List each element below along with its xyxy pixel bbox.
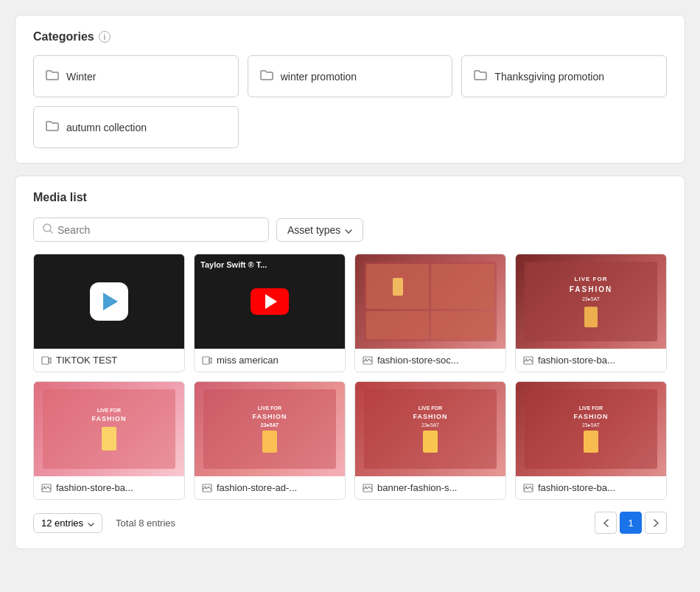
svg-point-13 — [365, 486, 367, 487]
folder-icon — [46, 120, 59, 134]
category-label: Thanksgiving promotion — [494, 71, 604, 83]
asset-types-label: Asset types — [287, 224, 340, 236]
total-entries-label: Total 8 entries — [116, 518, 175, 529]
media-list-title: Media list — [33, 191, 667, 204]
media-name: fashion-store-ba... — [538, 355, 615, 366]
category-item-winter[interactable]: Winter — [33, 55, 239, 97]
svg-point-7 — [526, 358, 528, 360]
svg-point-5 — [365, 358, 367, 360]
entries-left: 12 entries Total 8 entries — [33, 513, 175, 533]
category-label: winter promotion — [281, 71, 357, 83]
youtube-label: Taylor Swift ® T... — [200, 260, 267, 269]
media-list-heading: Media list — [33, 191, 87, 204]
media-info: fashion-store-ad-... — [195, 476, 345, 499]
media-name: TIKTOK TEST — [56, 355, 117, 366]
yt-triangle — [265, 294, 277, 309]
category-item-winter-promotion[interactable]: winter promotion — [248, 55, 453, 97]
image-icon — [363, 483, 373, 493]
folder-icon — [260, 69, 273, 83]
category-label: autumn collection — [66, 122, 147, 133]
pagination-row: 12 entries Total 8 entries 1 — [33, 512, 667, 534]
entries-per-page-label: 12 entries — [41, 518, 83, 529]
media-info: fashion-store-ba... — [34, 476, 184, 499]
video-icon — [202, 355, 212, 366]
image-icon — [363, 355, 373, 366]
category-label: Winter — [66, 71, 96, 83]
next-page-button[interactable] — [645, 512, 667, 534]
media-thumbnail — [355, 254, 505, 349]
chevron-down-icon — [88, 518, 94, 529]
page-number: 1 — [628, 518, 633, 529]
folder-icon — [46, 69, 59, 83]
media-card-fashion-ad[interactable]: LIVE FOR FASHION 23▸5AT fashion-store-ad… — [194, 381, 346, 500]
category-item-autumn[interactable]: autumn collection — [33, 106, 239, 148]
media-info: fashion-store-ba... — [516, 476, 666, 499]
media-name: fashion-store-ba... — [538, 482, 615, 493]
image-icon — [202, 483, 212, 493]
prev-page-button[interactable] — [595, 512, 617, 534]
media-list-panel: Media list Asset types — [15, 175, 685, 549]
media-grid: TIKTOK TEST Taylor Swift ® T... miss ame… — [33, 254, 667, 500]
media-info: miss american — [195, 349, 345, 372]
media-info: fashion-store-soc... — [355, 349, 505, 372]
media-card-fashion-ba-3[interactable]: LIVE FOR FASHION 23▸5AT fashion-store-ba… — [515, 381, 667, 500]
page-controls: 1 — [595, 512, 667, 534]
play-triangle — [103, 293, 118, 310]
media-name: fashion-store-ba... — [56, 482, 133, 493]
categories-title: Categories i — [33, 30, 667, 43]
categories-grid: Winter winter promotion Thanksgiving pro… — [33, 55, 667, 148]
media-thumbnail: LIVE FOR FASHION 23▸5AT — [195, 382, 345, 476]
media-thumbnail — [34, 254, 184, 349]
image-icon — [523, 483, 533, 493]
svg-point-15 — [526, 486, 528, 487]
media-card-tiktok[interactable]: TIKTOK TEST — [33, 254, 185, 372]
search-input[interactable] — [57, 224, 259, 236]
image-icon — [523, 355, 533, 366]
media-thumbnail: LIVE FOR FASHION — [34, 382, 184, 476]
media-card-fashion-ba-2[interactable]: LIVE FOR FASHION fashion-store-ba... — [33, 381, 185, 500]
search-filter-row: Asset types — [33, 217, 667, 242]
media-card-fashion-ba-1[interactable]: LIVE FOR FASHION 23▸5AT fashion-store-ba… — [515, 254, 667, 372]
media-info: fashion-store-ba... — [516, 349, 666, 372]
media-thumbnail: Taylor Swift ® T... — [195, 254, 345, 349]
svg-point-9 — [44, 486, 46, 487]
youtube-play-button — [251, 288, 289, 315]
svg-rect-2 — [42, 357, 49, 364]
media-card-miss-american[interactable]: Taylor Swift ® T... miss american — [194, 254, 346, 372]
media-thumbnail: LIVE FOR FASHION 23▸5AT — [516, 254, 666, 349]
chevron-down-icon — [345, 224, 352, 236]
svg-rect-3 — [203, 357, 209, 364]
video-icon — [41, 355, 52, 366]
media-thumbnail: LIVE FOR FASHION 23▸5AT — [355, 382, 505, 476]
play-button — [90, 282, 128, 321]
categories-heading: Categories — [33, 30, 94, 43]
svg-point-11 — [205, 486, 206, 487]
image-icon — [41, 483, 52, 493]
media-name: miss american — [217, 355, 279, 366]
media-name: banner-fashion-s... — [377, 482, 457, 493]
asset-types-button[interactable]: Asset types — [276, 218, 363, 242]
media-card-fashion-soc[interactable]: fashion-store-soc... — [354, 254, 506, 372]
svg-line-1 — [50, 231, 52, 233]
search-box[interactable] — [33, 217, 269, 242]
info-icon[interactable]: i — [99, 31, 111, 43]
folder-icon — [474, 69, 487, 83]
media-card-banner-fashion[interactable]: LIVE FOR FASHION 23▸5AT banner-fashion-s… — [354, 381, 506, 500]
categories-panel: Categories i Winter winter promotion — [15, 15, 685, 164]
media-name: fashion-store-ad-... — [217, 482, 297, 493]
media-info: banner-fashion-s... — [355, 476, 505, 499]
media-info: TIKTOK TEST — [34, 349, 184, 372]
category-item-thanksgiving[interactable]: Thanksgiving promotion — [461, 55, 667, 97]
page-1-button[interactable]: 1 — [620, 512, 642, 534]
media-thumbnail: LIVE FOR FASHION 23▸5AT — [516, 382, 666, 476]
search-icon — [43, 223, 53, 236]
media-name: fashion-store-soc... — [377, 355, 459, 366]
entries-per-page-select[interactable]: 12 entries — [33, 513, 102, 533]
